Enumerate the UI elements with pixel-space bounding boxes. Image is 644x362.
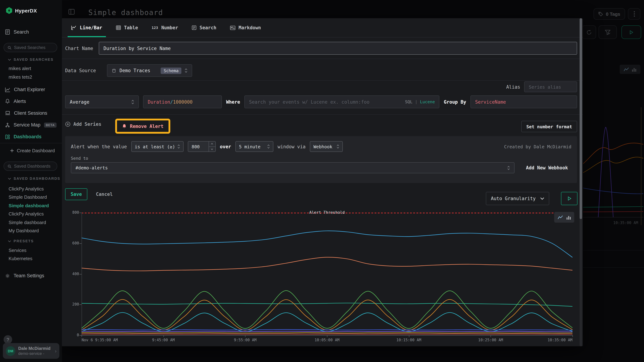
alert-window-select[interactable]: 5 minute [236, 141, 273, 152]
user-card[interactable]: DM Dale McDiarmid demo-service - › [3, 343, 60, 359]
chart-name-row: Chart Name Duration by Service Name [65, 42, 577, 55]
select-chevrons-icon [267, 144, 270, 149]
lucene-option[interactable]: Lucene [420, 99, 435, 104]
x-tick-label: 10:15:00 AM [396, 338, 421, 342]
add-new-webhook-button[interactable]: Add New Webhook [526, 162, 568, 173]
dashboards-icon [5, 134, 10, 139]
add-series-button[interactable]: Add Series [65, 122, 102, 127]
brand[interactable]: HyperDX [6, 7, 37, 14]
tab-markdown[interactable]: Markdown [230, 18, 261, 37]
alert-condition-select[interactable]: is at least (≥) [131, 141, 183, 152]
alias-input[interactable]: Series alias [524, 81, 577, 92]
alert-over-label: over [220, 144, 231, 149]
schema-badge[interactable]: Schema [161, 67, 182, 74]
data-source-label: Data Source [65, 68, 97, 73]
sidebar-item-label: Alerts [14, 99, 26, 104]
save-button[interactable]: Save [65, 188, 87, 200]
tab-number[interactable]: 123 Number [152, 18, 178, 37]
scrollbar-thumb[interactable] [580, 18, 582, 219]
dashboard-item[interactable]: ClickPy Analytics [8, 186, 44, 191]
plus-circle-icon [65, 122, 70, 127]
stepper-buttons[interactable] [208, 142, 215, 152]
saved-search-item[interactable]: mikes tets2 [8, 74, 32, 80]
x-tick-mark [327, 335, 327, 337]
data-source-select[interactable]: Demo Traces Schema [107, 64, 192, 77]
dashboard-item[interactable]: My Dashboard [8, 228, 39, 233]
where-placeholder: Search your events w/ Lucene ex. column:… [249, 99, 370, 105]
tab-search[interactable]: Search [192, 18, 216, 37]
saved-dashboards-input[interactable]: Saved Dashboards [4, 162, 57, 171]
x-tick-label: 10:05:00 AM [314, 338, 339, 342]
saved-dashboards-placeholder: Saved Dashboards [14, 164, 50, 169]
dashboard-item[interactable]: Simple dashboard [8, 220, 46, 225]
expression-field[interactable]: Duration/1000000 [143, 95, 222, 108]
alert-threshold-stepper[interactable]: 800 [188, 141, 216, 152]
bell-icon [5, 99, 10, 104]
aggregation-value: Average [70, 99, 90, 105]
sidebar-item-label: Service Map [14, 122, 40, 128]
chevron-down-icon [8, 240, 11, 242]
number-123-icon: 123 [152, 26, 158, 30]
query-language-switch[interactable]: SQL | Lucene [405, 99, 435, 104]
x-tick-label: 9:45:00 AM [152, 338, 174, 342]
where-search-input[interactable]: Search your events w/ Lucene ex. column:… [244, 95, 439, 108]
modal-scrollbar[interactable] [580, 18, 582, 346]
stepper-up-icon[interactable] [209, 142, 215, 146]
x-tick-mark [491, 335, 491, 337]
presets-header[interactable]: PRESETS [8, 239, 34, 243]
chart-name-input[interactable]: Duration by Service Name [99, 42, 577, 55]
hyperdx-logo-icon [6, 7, 12, 14]
granularity-select[interactable]: Auto Granularity [486, 192, 549, 205]
sidebar-item-client-sessions[interactable]: Client Sessions [5, 110, 47, 116]
highlight-box: Remove Alert [115, 119, 170, 134]
stepper-down-icon[interactable] [209, 146, 215, 152]
sidebar-item-service-map[interactable]: Service Map BETA [5, 122, 56, 128]
group-by-input[interactable]: ServiceName [470, 95, 577, 108]
saved-searches-input[interactable]: Saved Searches [4, 43, 57, 52]
saved-searches-header[interactable]: SAVED SEARCHES [8, 57, 54, 61]
alert-condition-row: Alert when the value is at least (≥) 800 [71, 141, 571, 152]
user-subtitle: demo-service - [18, 351, 50, 356]
search-icon [8, 164, 12, 168]
sidebar-item-alerts[interactable]: Alerts [5, 99, 26, 104]
sidebar-item-chart-explorer[interactable]: Chart Explorer [5, 87, 45, 92]
chart-plot[interactable] [82, 213, 572, 335]
tab-line-bar[interactable]: Line/Bar [71, 18, 102, 37]
dashboard-item-active[interactable]: Simple dashboard [8, 203, 49, 208]
tab-table[interactable]: Table [116, 18, 138, 37]
cancel-button[interactable]: Cancel [96, 188, 113, 200]
dashboard-item[interactable]: Simple Dashboard [8, 194, 47, 200]
select-chevrons-icon [177, 144, 180, 149]
select-chevrons-icon [131, 100, 134, 104]
preset-item[interactable]: Services [8, 248, 26, 253]
sidebar-item-search[interactable]: Search [5, 29, 29, 35]
help-button[interactable]: ? [4, 335, 12, 344]
series-row: Average Duration/1000000 Where Search yo… [65, 95, 577, 108]
presets-header-label: PRESETS [14, 239, 34, 243]
alert-prefix: Alert when the value [71, 144, 127, 149]
x-tick-label: 10:35:00 AM [548, 338, 572, 342]
remove-alert-button[interactable]: Remove Alert [122, 124, 164, 129]
actions-row: Add Series Remove Alert Set number forma… [65, 119, 577, 133]
run-query-button[interactable] [561, 192, 578, 205]
aggregation-select[interactable]: Average [65, 95, 139, 108]
sidebar-item-team-settings[interactable]: Team Settings [5, 273, 44, 278]
dashboard-item[interactable]: ClickPy Analytics [8, 211, 44, 216]
saved-search-item[interactable]: mikes alert [8, 66, 31, 71]
chart-x-labels: Nov 6 9:35:00 AM9:45:00 AM9:55:00 AM10:0… [82, 335, 572, 346]
x-tick-mark [409, 335, 409, 337]
alert-channel-select[interactable]: Webhook [310, 141, 343, 152]
set-number-format-button[interactable]: Set number format [521, 121, 577, 132]
expression-operator: / [170, 99, 173, 105]
chart-display-toggle[interactable] [554, 212, 574, 223]
send-to-select[interactable]: #demo-alerts [71, 162, 514, 173]
beta-badge: BETA [44, 122, 56, 127]
create-dashboard-button[interactable]: Create Dashboard [10, 148, 55, 153]
sql-option[interactable]: SQL [405, 99, 412, 104]
sidebar-item-dashboards[interactable]: Dashboards [5, 134, 42, 139]
saved-dashboards-header[interactable]: SAVED DASHBOARDS [8, 177, 60, 181]
preset-item[interactable]: Kubernetes [8, 256, 32, 261]
gear-icon [5, 273, 10, 278]
alias-row: Alias Series alias [506, 81, 577, 92]
alert-threshold-value: 800 [188, 142, 208, 152]
